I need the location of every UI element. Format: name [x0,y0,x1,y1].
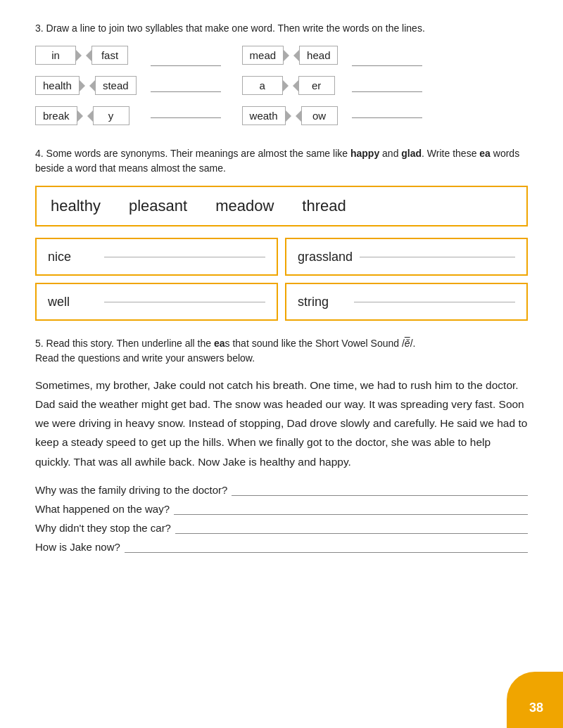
write-line-6[interactable] [352,117,422,118]
word-healthy: healthy [51,197,101,215]
synonym-line-grassland[interactable] [360,257,515,257]
syllable-right-side: mead head a er [242,46,423,131]
question-text-3: Why didn't they stop the car? [35,522,171,534]
syllable-left-side: in fast health stea [35,46,221,131]
write-line-2[interactable] [151,91,221,92]
question-line-1[interactable] [232,495,528,496]
question-row-1: Why was the family driving to the doctor… [35,484,528,496]
write-line-5[interactable] [352,91,422,92]
word-box: healthy pleasant meadow thread [35,186,528,226]
notch-right-6 [285,110,291,122]
instr5-text3: /. [410,338,416,349]
section4-instruction: 4. Some words are synonyms. Their meanin… [35,146,528,176]
synonym-label-string: string [298,295,347,309]
synonym-cell-well: well [35,283,278,321]
write-line-4[interactable] [352,65,422,66]
line-item-3 [148,98,221,118]
notch-right-1 [75,49,82,62]
syl-pair-mead: mead [242,46,290,65]
synonym-label-grassland: grassland [298,250,353,264]
synonym-cell-string: string [285,283,528,321]
question-text-4: How is Jake now? [35,541,120,553]
question-row-4: How is Jake now? [35,541,528,553]
question-row-3: Why didn't they stop the car? [35,522,528,534]
notch-right-3 [77,110,83,122]
syl-pair-health: health [35,76,85,95]
instr5-text4: Read the questions and write your answer… [35,352,255,364]
synonym-label-well: well [48,295,97,309]
synonym-line-nice[interactable] [104,257,265,257]
notch-right-4 [283,49,289,62]
question-text-1: Why was the family driving to the doctor… [35,484,227,496]
question-line-4[interactable] [125,552,528,553]
syl-right-ow: ow [301,106,338,125]
notch-right-2 [79,79,85,92]
synonym-cell-grassland: grassland [285,238,528,276]
syl-left-a: a [242,76,283,95]
line-item-2 [148,72,221,92]
syllable-row-3: break y [35,106,137,125]
line-item-6 [349,98,422,118]
instr4-bold1: happy [350,148,379,159]
question-line-2[interactable] [174,514,528,515]
instr4-bold2: glad [401,148,422,159]
syl-pair-er: er [293,76,335,95]
syl-right-head: head [299,46,338,65]
syllable-row-4: mead head [242,46,339,65]
synonym-grid: nice grassland well string [35,238,528,321]
instr4-bold3: ea [479,148,491,159]
syl-right-er: er [298,76,335,95]
page-number: 38 [529,701,543,715]
syl-pair-y: y [87,106,129,125]
write-line-3[interactable] [151,117,221,118]
line-item-4 [349,46,422,66]
synonym-cell-nice: nice [35,238,278,276]
word-pleasant: pleasant [129,197,187,215]
syllable-row-2: health stead [35,76,137,95]
write-line-1[interactable] [151,65,221,66]
syl-left-break: break [35,106,77,125]
syl-left-in: in [35,46,76,65]
synonym-line-well[interactable] [104,302,265,302]
syllable-left-pairs: in fast health stea [35,46,137,131]
syl-right-y: y [93,106,129,125]
question-text-2: What happened on the way? [35,503,170,515]
syl-pair-a: a [242,76,289,95]
instr5-ipa: ĕ [405,338,410,349]
instr5-text2: s that sound like the Short Vowel Sound … [225,338,405,349]
syl-pair-ow: ow [296,106,338,125]
syllable-row-5: a er [242,76,339,95]
section-5: 5. Read this story. Then underline all t… [35,336,528,553]
instr4-text1: 4. Some words are synonyms. Their meanin… [35,148,350,159]
syl-left-weath: weath [242,106,286,125]
section-3: 3. Draw a line to join two syllables tha… [35,21,528,131]
story-text: Sometimes, my brother, Jake could not ca… [35,376,528,471]
syl-pair-head: head [293,46,338,65]
syl-right-fast: fast [91,46,128,65]
syl-left-health: health [35,76,80,95]
syllable-right-pairs: mead head a er [242,46,339,131]
line-item-1 [148,46,221,66]
syllable-right-lines [349,46,422,118]
synonym-line-string[interactable] [354,302,515,302]
syl-pair-weath: weath [242,106,291,125]
section5-instruction: 5. Read this story. Then underline all t… [35,336,528,366]
question-line-3[interactable] [175,533,528,534]
line-item-5 [349,72,422,92]
syllable-left-lines [148,46,221,118]
syl-right-stead: stead [95,76,137,95]
syl-pair-break: break [35,106,83,125]
syllable-row-1: in fast [35,46,137,65]
syl-pair-fast: fast [86,46,128,65]
instr5-text1: 5. Read this story. Then underline all t… [35,338,214,349]
syllable-row-6: weath ow [242,106,339,125]
synonym-label-nice: nice [48,250,97,264]
syl-pair-stead: stead [89,76,137,95]
question-row-2: What happened on the way? [35,503,528,515]
word-meadow: meadow [215,197,274,215]
word-thread: thread [302,197,346,215]
instr5-bold1: ea [214,338,225,349]
syllable-grid: in fast health stea [35,46,528,131]
section-4: 4. Some words are synonyms. Their meanin… [35,146,528,321]
instr4-mid: and [379,148,401,159]
